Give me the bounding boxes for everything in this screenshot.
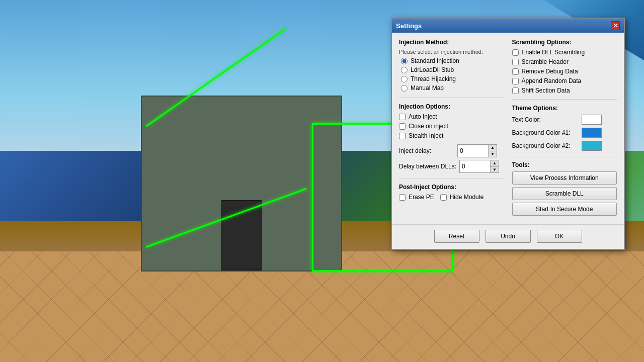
scrambling-checkboxes: Enable DLL Scrambling Scramble Header Re… [512,49,617,94]
append-random-input[interactable] [512,78,519,84]
checkbox-shift-section[interactable]: Shift Section Data [512,87,617,94]
radio-ldr-label: LdrLoadDll Stub [411,66,454,73]
dialog-columns: Injection Method: Please select an injec… [399,39,617,218]
inject-delay-down[interactable]: ▼ [489,151,497,157]
injection-method-group: Standard Injection LdrLoadDll Stub Threa… [399,57,504,92]
text-color-row: Text Color: [512,115,617,125]
undo-button[interactable]: Undo [486,230,531,243]
radio-thread-input[interactable] [401,76,408,82]
dialog-footer: Reset Undo OK [392,224,624,249]
stealth-inject-input[interactable] [399,133,406,139]
door [221,200,262,270]
radio-ldr-input[interactable] [401,67,408,73]
bg-color-2-label: Background Color #2: [512,142,578,149]
radio-thread-label: Thread Hijacking [411,75,456,82]
delay-dlls-input[interactable] [460,160,490,172]
view-process-button[interactable]: View Process Information [512,171,617,185]
auto-inject-label: Auto Inject [409,113,437,120]
theme-title: Theme Options: [512,105,617,112]
scrambling-section: Scrambling Options: Enable DLL Scramblin… [512,39,617,94]
radio-manual-input[interactable] [401,85,408,92]
inject-delay-input[interactable] [458,145,488,157]
bg-color-1-row: Background Color #1: [512,128,617,138]
inject-delay-label: Inject delay: [399,147,454,154]
radio-ldr[interactable]: LdrLoadDll Stub [401,66,504,73]
tools-title: Tools: [512,161,617,168]
hide-module-input[interactable] [440,194,447,201]
bg-color-1-label: Background Color #1: [512,129,578,136]
enable-scrambling-label: Enable DLL Scrambling [522,49,585,56]
settings-dialog: Settings ✕ Injection Method: Please sele… [391,18,625,250]
checkbox-erase-pe[interactable]: Erase PE [399,194,434,201]
tools-section: Tools: View Process Information Scramble… [512,161,617,216]
start-secure-mode-button[interactable]: Start In Secure Mode [512,203,617,216]
close-button[interactable]: ✕ [611,21,620,30]
left-column: Injection Method: Please select an injec… [399,39,504,218]
enable-scrambling-input[interactable] [512,49,519,56]
checkbox-auto-inject[interactable]: Auto Inject [399,113,504,120]
bg-color-2-row: Background Color #2: [512,141,617,151]
dialog-content: Injection Method: Please select an injec… [392,33,624,224]
inject-delay-spinners: ▲ ▼ [488,145,497,157]
injection-method-title: Injection Method: [399,39,504,46]
delay-dlls-spinbox: ▲ ▼ [459,160,499,173]
reset-button[interactable]: Reset [434,230,479,243]
dialog-titlebar: Settings ✕ [392,19,624,33]
delay-dlls-down[interactable]: ▼ [491,166,499,172]
divider-3 [512,99,617,100]
close-on-inject-label: Close on inject [409,123,448,130]
inject-delay-row: Inject delay: ▲ ▼ [399,144,504,157]
injection-options-section: Injection Options: Auto Inject Close on … [399,103,504,173]
checkbox-append-random[interactable]: Append Random Data [512,77,617,84]
dialog-title: Settings [396,22,422,30]
append-random-label: Append Random Data [522,77,582,84]
scrambling-title: Scrambling Options: [512,39,617,46]
checkbox-close-on-inject[interactable]: Close on inject [399,123,504,130]
checkbox-scramble-header[interactable]: Scramble Header [512,58,617,65]
radio-standard-label: Standard Injection [411,57,459,64]
radio-thread[interactable]: Thread Hijacking [401,75,504,82]
checkbox-stealth-inject[interactable]: Stealth Inject [399,132,504,139]
delay-dlls-label: Delay between DLLs: [399,163,456,170]
delay-dlls-spinners: ▲ ▼ [490,160,499,172]
delay-dlls-row: Delay between DLLs: ▲ ▼ [399,160,504,173]
delay-dlls-up[interactable]: ▲ [491,160,499,166]
checkbox-enable-scrambling[interactable]: Enable DLL Scrambling [512,49,617,56]
checkbox-remove-debug[interactable]: Remove Debug Data [512,68,617,75]
inject-delay-spinbox: ▲ ▼ [457,144,497,157]
radio-standard[interactable]: Standard Injection [401,57,504,64]
checkbox-hide-module[interactable]: Hide Module [440,194,484,201]
divider-4 [512,156,617,156]
post-inject-row: Erase PE Hide Module [399,194,504,201]
auto-inject-input[interactable] [399,114,406,120]
radio-manual-label: Manual Map [411,84,444,92]
theme-section: Theme Options: Text Color: Background Co… [512,105,617,151]
text-color-label: Text Color: [512,116,578,123]
post-inject-title: Post-Inject Options: [399,184,504,191]
scramble-header-input[interactable] [512,59,519,65]
injection-checkboxes: Auto Inject Close on inject Stealth Inje… [399,113,504,139]
shift-section-input[interactable] [512,87,519,94]
close-on-inject-input[interactable] [399,123,406,130]
inject-delay-up[interactable]: ▲ [489,145,497,151]
injection-method-section: Injection Method: Please select an injec… [399,39,504,92]
injection-options-title: Injection Options: [399,103,504,110]
remove-debug-label: Remove Debug Data [522,68,578,75]
hide-module-label: Hide Module [450,194,484,201]
stealth-inject-label: Stealth Inject [409,132,443,139]
divider-2 [399,178,504,178]
bg-color-2-swatch[interactable] [582,141,602,151]
radio-standard-input[interactable] [401,58,408,64]
right-column: Scrambling Options: Enable DLL Scramblin… [512,39,617,218]
shift-section-label: Shift Section Data [522,87,570,94]
scramble-dll-button[interactable]: Scramble DLL [512,187,617,200]
radio-manual[interactable]: Manual Map [401,84,504,92]
erase-pe-input[interactable] [399,194,406,201]
erase-pe-label: Erase PE [409,194,434,201]
divider-1 [399,98,504,98]
ok-button[interactable]: OK [537,230,582,243]
scramble-header-label: Scramble Header [522,58,569,65]
bg-color-1-swatch[interactable] [582,128,602,138]
text-color-swatch[interactable] [582,115,602,125]
remove-debug-input[interactable] [512,68,519,75]
